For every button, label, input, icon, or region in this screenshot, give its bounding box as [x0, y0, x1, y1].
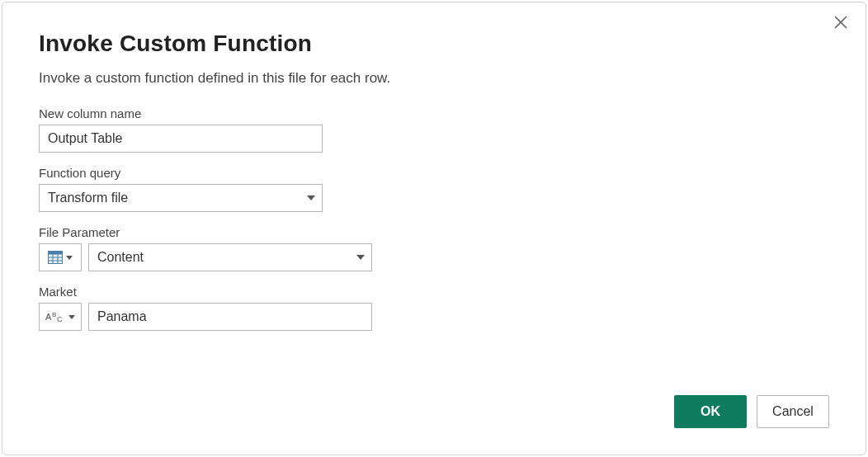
field-function-query: Function query Transform file	[39, 166, 829, 212]
dialog-subtitle: Invoke a custom function defined in this…	[39, 70, 829, 87]
function-query-value: Transform file	[48, 191, 128, 205]
market-label: Market	[39, 285, 829, 299]
invoke-custom-function-dialog: Invoke Custom Function Invoke a custom f…	[2, 2, 866, 455]
chevron-down-icon	[66, 256, 73, 260]
close-icon	[833, 14, 849, 31]
chevron-down-icon	[356, 255, 365, 260]
chevron-down-icon	[307, 196, 315, 200]
table-icon	[48, 251, 63, 264]
market-type-picker[interactable]: A B C	[39, 303, 82, 331]
svg-text:A: A	[45, 312, 52, 322]
function-query-select[interactable]: Transform file	[39, 184, 323, 212]
dialog-title: Invoke Custom Function	[39, 31, 829, 57]
file-parameter-value: Content	[97, 250, 144, 265]
ok-button[interactable]: OK	[674, 395, 747, 428]
cancel-button[interactable]: Cancel	[757, 395, 829, 428]
svg-rect-3	[49, 252, 63, 255]
new-column-name-label: New column name	[39, 106, 829, 120]
file-parameter-label: File Parameter	[39, 225, 829, 239]
new-column-name-input[interactable]	[39, 125, 323, 153]
field-file-parameter: File Parameter Content	[39, 225, 829, 271]
chevron-down-icon	[68, 315, 75, 319]
market-input[interactable]	[88, 303, 372, 331]
field-market: Market A B C	[39, 285, 829, 331]
svg-text:C: C	[57, 315, 63, 323]
file-parameter-type-picker[interactable]	[39, 243, 82, 271]
function-query-label: Function query	[39, 166, 829, 180]
text-type-icon: A B C	[45, 310, 65, 323]
svg-text:B: B	[52, 311, 56, 318]
field-new-column-name: New column name	[39, 106, 829, 153]
close-button[interactable]	[833, 14, 852, 34]
dialog-footer: OK Cancel	[674, 395, 829, 428]
file-parameter-select[interactable]: Content	[88, 243, 372, 271]
